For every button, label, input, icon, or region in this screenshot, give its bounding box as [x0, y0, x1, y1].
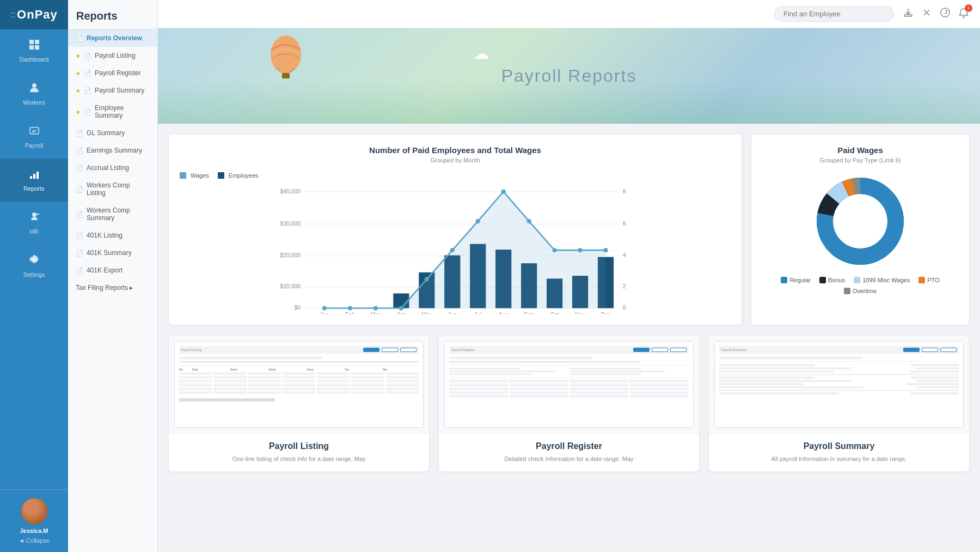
doc-icon: 📄	[76, 186, 83, 193]
bar-chart-card: Number of Paid Employees and Total Wages…	[169, 135, 742, 325]
logo: :: OnPay	[0, 0, 68, 29]
svg-text:Jul: Jul	[474, 312, 481, 314]
sub-nav-401k-export[interactable]: 📄 401K Export	[68, 262, 157, 279]
sub-nav-reports-overview[interactable]: 📄 Reports Overview	[68, 29, 157, 47]
doc-icon: 📄	[76, 130, 83, 137]
thumb-info-payroll-summary: Payroll Summary All payroll information …	[709, 434, 969, 471]
sub-nav-payroll-listing[interactable]: 📄 Payroll Listing	[68, 47, 157, 64]
export-icon[interactable]	[903, 7, 914, 21]
sidebar-item-settings[interactable]: Settings	[0, 245, 68, 288]
hero-title: Payroll Reports	[501, 66, 637, 86]
svg-point-55	[578, 248, 582, 252]
svg-text:Mar: Mar	[371, 312, 381, 314]
bar-chart-subtitle: Grouped by Month	[180, 157, 731, 163]
svg-point-52	[501, 189, 506, 193]
sidebar-item-dashboard[interactable]: Dashboard	[0, 29, 68, 72]
sub-nav-accrual-listing[interactable]: 📄 Accrual Listing	[68, 159, 157, 177]
svg-text:8: 8	[623, 189, 626, 195]
svg-text:$40,000: $40,000	[280, 189, 301, 195]
svg-point-56	[603, 248, 608, 252]
sidebar-item-payroll[interactable]: Payroll	[0, 116, 68, 159]
thumb-preview-payroll-summary: Payroll Summary	[709, 336, 969, 434]
svg-point-75	[834, 195, 886, 247]
search-input[interactable]	[774, 6, 894, 22]
bar-chart-area: $40,000 $30,000 $20,000 $10,000 $0 8 6 4…	[180, 183, 731, 314]
svg-text:Sep: Sep	[524, 312, 534, 314]
main-content: 1	[158, 0, 980, 552]
svg-text:Apr: Apr	[397, 312, 406, 314]
doc-icon: 📄	[76, 267, 83, 274]
svg-text:Dec: Dec	[601, 312, 611, 314]
doc-icon: 📄	[84, 108, 91, 116]
hr-icon	[29, 211, 40, 225]
user-section: Jessica.M ◄ Collapse	[0, 489, 68, 552]
sub-nav-payroll-register[interactable]: 📄 Payroll Register	[68, 64, 157, 82]
svg-text:Jun: Jun	[448, 312, 457, 314]
sub-nav-earnings-summary[interactable]: 📄 Earnings Summary	[68, 142, 157, 159]
svg-point-48	[399, 306, 403, 310]
thumb-card-payroll-listing[interactable]: Payroll Listing No.DateNameCheckGrossTax…	[169, 336, 429, 471]
donut-chart-title: Paid Wages	[762, 145, 958, 155]
sub-nav-workers-comp-listing[interactable]: 📄 Workers Comp Listing	[68, 177, 157, 202]
overtime-color	[844, 288, 850, 294]
thumb-card-payroll-register[interactable]: Payroll Register	[439, 336, 699, 471]
sub-nav-401k-listing[interactable]: 📄 401K Listing	[68, 227, 157, 244]
charts-grid: Number of Paid Employees and Total Wages…	[158, 124, 980, 336]
doc-icon: 📄	[76, 232, 83, 239]
svg-point-51	[476, 219, 480, 223]
svg-text:4: 4	[623, 252, 626, 258]
sub-nav-gl-summary[interactable]: 📄 GL Summary	[68, 124, 157, 142]
svg-point-53	[526, 219, 531, 223]
1099-legend: 1099 Misc Wages	[854, 277, 910, 283]
payroll-icon	[29, 125, 40, 139]
svg-rect-9	[36, 214, 39, 215]
bar-chart-title: Number of Paid Employees and Total Wages	[180, 145, 731, 155]
svg-rect-1	[35, 40, 39, 44]
wages-legend: Wages	[180, 172, 209, 179]
dashboard-icon	[29, 39, 40, 53]
svg-point-11	[941, 8, 950, 17]
donut-legend: Regular Bonus 1099 Misc Wages PTO	[762, 277, 958, 294]
svg-text:$10,000: $10,000	[280, 283, 301, 289]
thumb-info-payroll-register: Payroll Register Detailed check informat…	[439, 434, 699, 471]
sidebar-item-hr[interactable]: HR	[0, 202, 68, 245]
svg-rect-7	[33, 174, 35, 179]
overtime-legend: Overtime	[844, 288, 877, 294]
reports-icon	[29, 168, 40, 182]
sidebar-item-reports[interactable]: Reports	[0, 159, 68, 202]
doc-icon: 📄	[76, 165, 83, 172]
doc-icon: 📄	[76, 250, 83, 257]
svg-point-46	[348, 306, 352, 310]
help-icon[interactable]	[940, 7, 951, 21]
collapse-button[interactable]: ◄ Collapse	[19, 537, 50, 544]
thumb-info-payroll-listing: Payroll Listing One-line listing of chec…	[169, 434, 429, 471]
svg-text:Oct: Oct	[550, 312, 559, 314]
svg-rect-2	[29, 45, 34, 50]
sidebar-item-workers[interactable]: Workers	[0, 72, 68, 116]
payroll-summary-desc: All payroll information in summary for a…	[718, 454, 960, 464]
svg-text:6: 6	[623, 221, 626, 227]
bar-chart-svg: $40,000 $30,000 $20,000 $10,000 $0 8 6 4…	[180, 183, 731, 314]
pto-legend: PTO	[918, 277, 939, 283]
sub-nav-workers-comp-summary[interactable]: 📄 Workers Comp Summary	[68, 202, 157, 227]
payroll-register-desc: Detailed check information for a date ra…	[448, 454, 690, 464]
svg-point-4	[32, 83, 36, 88]
regular-legend: Regular	[781, 277, 811, 283]
close-icon[interactable]	[921, 7, 932, 21]
donut-chart-subtitle: Grouped by Pay Type (Limit 6)	[762, 157, 958, 163]
svg-point-54	[552, 248, 556, 252]
thumb-card-payroll-summary[interactable]: Payroll Summary	[709, 336, 969, 471]
svg-point-49	[425, 277, 429, 281]
notification-bell[interactable]: 1	[958, 8, 969, 21]
sub-nav-employee-summary[interactable]: 📄 Employee Summary	[68, 99, 157, 124]
sidebar: :: OnPay Dashboard Workers Payroll Repo	[0, 0, 68, 552]
svg-point-50	[450, 248, 455, 252]
sub-nav-tax-filing-reports[interactable]: Tax Filing Reports ▸	[68, 279, 157, 296]
doc-icon: 📄	[76, 147, 83, 154]
thumb-preview-payroll-register: Payroll Register	[439, 336, 699, 434]
svg-text:May: May	[421, 312, 432, 314]
payroll-summary-title: Payroll Summary	[718, 441, 960, 451]
sub-nav-payroll-summary[interactable]: 📄 Payroll Summary	[68, 82, 157, 99]
svg-text:$30,000: $30,000	[280, 221, 301, 227]
sub-nav-401k-summary[interactable]: 📄 401K Summary	[68, 244, 157, 262]
